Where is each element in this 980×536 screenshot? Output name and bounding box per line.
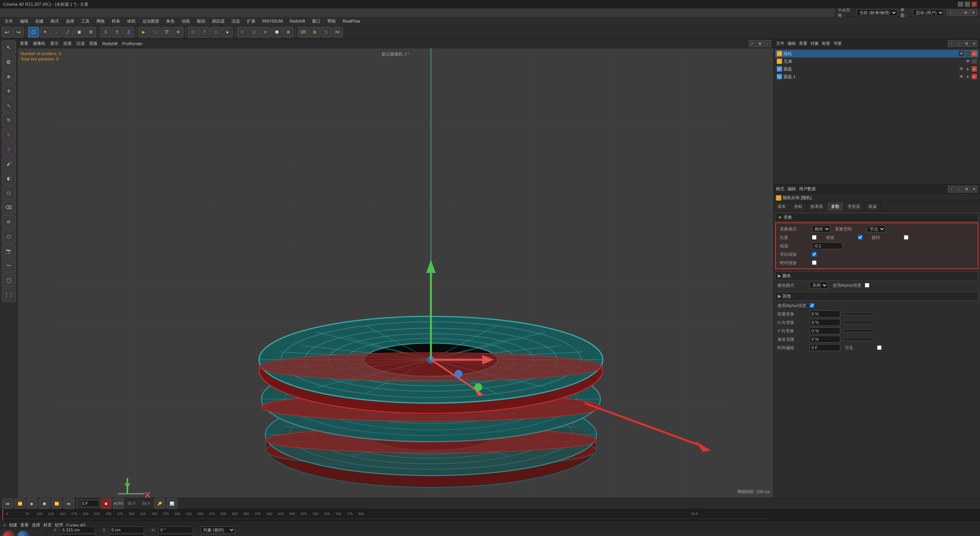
render-tool-btn[interactable]: ⬡ (2, 230, 16, 243)
deform-tool-btn[interactable]: ⟳ (2, 215, 16, 229)
menu-select[interactable]: 选择 (63, 18, 77, 25)
transform-mode-select[interactable]: 相对 绝对 (812, 226, 830, 232)
attr-edit-menu[interactable]: 编辑 (787, 186, 796, 192)
tab-coords[interactable]: 坐标 (790, 202, 807, 211)
obj-close-btn[interactable]: ✕ (971, 40, 978, 47)
front-view-btn[interactable]: □ (211, 27, 221, 38)
obj-eye-random[interactable]: 👁 (959, 51, 964, 56)
pos-x-input[interactable] (60, 526, 95, 533)
polygon-mode-btn[interactable]: ▣ (74, 27, 85, 38)
transform-header[interactable]: ▼ 变换 (775, 213, 978, 222)
menu-edit[interactable]: 编辑 (17, 18, 31, 25)
tl-end-btn[interactable]: ⏭ (64, 498, 74, 509)
obj-item-random[interactable]: R 随机 👁 ⋯ ● (775, 50, 978, 57)
obj-eye-disc[interactable]: 👁 (959, 66, 964, 72)
quantize-btn[interactable]: ⊞ (283, 27, 294, 38)
scale-checkbox[interactable] (858, 235, 862, 240)
tl-current-frame[interactable] (80, 500, 99, 507)
size-y-input[interactable] (109, 534, 144, 536)
menu-spline[interactable]: 样条 (109, 18, 123, 25)
tl-stop-btn[interactable]: ⏹ (39, 498, 50, 509)
obj-manager-content[interactable]: R 随机 👁 ⋯ ● B 兄弟 👁 ⋯ (774, 48, 980, 184)
render-region-btn[interactable]: ⬛ (150, 27, 160, 38)
menu-realflow[interactable]: RealFlow (340, 18, 363, 24)
node-space-select[interactable]: 当前 (标准/物理) (857, 9, 897, 16)
attr-close-btn[interactable]: ✕ (971, 186, 978, 193)
up-icon[interactable]: ↑ (947, 9, 954, 16)
size-x-input[interactable] (109, 526, 144, 533)
tab-params[interactable]: 参数 (827, 202, 844, 211)
obj-up-btn[interactable]: ↑ (948, 40, 955, 47)
b-btn[interactable]: B (309, 27, 320, 38)
pointer-tool-btn[interactable]: ↖ (2, 41, 16, 54)
align-btn[interactable]: ≡ (260, 27, 271, 38)
edit-mode-btn[interactable]: ✦ (39, 27, 50, 38)
perspective-btn[interactable]: ⬡ (188, 27, 198, 38)
menu-render[interactable]: 渲染 (229, 18, 243, 25)
vp-settings-btn[interactable]: ⚙ (756, 40, 763, 47)
vp-options-menu[interactable]: 选项 (63, 41, 72, 46)
menu-simulate[interactable]: 模拟 (194, 18, 208, 25)
object-group-btn[interactable]: ⬡ (248, 27, 259, 38)
spline-tool-btn[interactable]: 〜 (2, 259, 16, 273)
obj-settings-btn[interactable]: ⚙ (963, 40, 970, 47)
color-header[interactable]: ▶ 颜色 (775, 271, 978, 280)
menu-mesh[interactable]: 网格 (93, 18, 108, 25)
menu-create[interactable]: 创建 (32, 18, 47, 25)
render-settings-btn[interactable]: ⚙ (173, 27, 183, 38)
timeline-ruler[interactable]: 0 75 100 125 150 175 200 225 250 275 300… (0, 509, 980, 521)
tl-next-btn[interactable]: ⏩ (51, 498, 62, 509)
tl-timeline-btn[interactable]: 📊 (167, 498, 177, 509)
new-object-btn[interactable]: + (237, 27, 248, 38)
close-panel-icon[interactable]: ✕ (970, 9, 977, 16)
settings-icon[interactable]: ⚙ (962, 9, 969, 16)
menu-mograph[interactable]: 运动图形 (139, 18, 162, 25)
maximize-btn[interactable]: □ (965, 2, 970, 7)
sb-view-menu[interactable]: 查看 (20, 522, 29, 528)
tab-falloff[interactable]: 衰减 (864, 202, 881, 211)
qr-btn[interactable]: QR (298, 27, 309, 38)
menu-file[interactable]: 文件 (2, 18, 16, 25)
modify-clone-input[interactable] (810, 336, 840, 343)
model-mode-btn[interactable]: ⬡ (28, 27, 39, 38)
obj-file-menu[interactable]: 文件 (776, 41, 784, 46)
menu-tools[interactable]: 工具 (78, 18, 93, 25)
snap-btn[interactable]: 🔲 (271, 27, 282, 38)
redo-btn[interactable]: ↪ (13, 27, 24, 38)
display-btn[interactable]: ◈ (222, 27, 233, 38)
undo-btn[interactable]: ↩ (2, 27, 12, 38)
attr-settings-btn[interactable]: ⚙ (963, 186, 970, 193)
absolute-scale-checkbox[interactable] (812, 260, 817, 265)
attr-up-btn[interactable]: ↑ (948, 186, 955, 193)
transform-space-select[interactable]: 节点 世界 (867, 226, 885, 232)
texture-tool-btn[interactable]: ◻ (2, 186, 16, 200)
position-checkbox[interactable] (812, 235, 817, 240)
vp-expand-btn[interactable]: ⤢ (749, 40, 756, 47)
tab-effector[interactable]: 效果器 (807, 202, 827, 211)
rot-h-input[interactable] (158, 526, 193, 533)
camera-tool-btn[interactable]: 📷 (2, 244, 16, 258)
rf-btn[interactable]: RF (332, 27, 343, 38)
vp-display-menu[interactable]: 显示 (50, 41, 59, 46)
dots-btn[interactable]: ⋮⋮ (2, 288, 16, 302)
vp-prorender-menu[interactable]: ProRender (122, 41, 142, 46)
tl-start-btn[interactable]: ⏮ (2, 498, 13, 509)
obj-down-btn[interactable]: ↓ (956, 40, 962, 47)
scale-value-input[interactable] (812, 242, 843, 249)
attr-mode-menu[interactable]: 模式 (776, 186, 784, 192)
x-axis-btn[interactable]: X (100, 27, 111, 38)
pos-y-input[interactable] (60, 534, 95, 536)
obj-eye-sibling[interactable]: 👁 (965, 59, 970, 64)
obj-edit-menu[interactable]: 编辑 (787, 41, 796, 46)
tab-basic[interactable]: 基本 (774, 202, 790, 211)
close-btn[interactable]: ✕ (972, 2, 977, 7)
vp-filter-menu[interactable]: 过滤 (76, 41, 85, 46)
material-ball-blue[interactable] (17, 531, 29, 536)
rotate-checkbox[interactable] (904, 235, 908, 240)
vp-close-btn[interactable]: ↓ (764, 40, 771, 47)
v-offset-input[interactable] (810, 327, 840, 334)
tl-auto-key-btn[interactable]: AUTO (113, 498, 124, 509)
scale-tool-btn[interactable]: ⤡ (2, 99, 16, 113)
menu-insydium[interactable]: INSYDIUM (259, 18, 286, 24)
tl-keyframe-btn[interactable]: 🔑 (154, 498, 165, 509)
